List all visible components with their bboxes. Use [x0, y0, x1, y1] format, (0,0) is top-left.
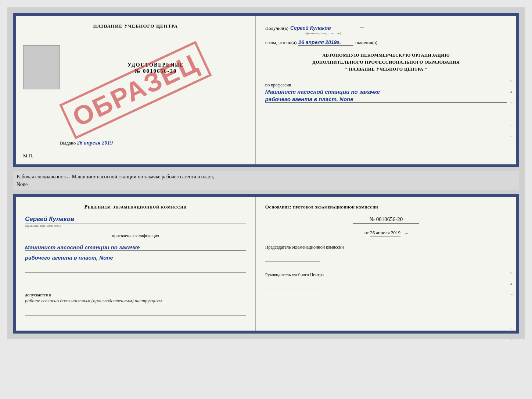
admitted-label: допускается к [25, 292, 51, 298]
person-name-bottom-block: Сергей Кулаков (фамилия, имя, отчество) [25, 214, 246, 228]
admitted-block: допускается к работе согласно должностны… [25, 291, 246, 304]
blank-line-1 [25, 266, 246, 273]
protocol-date: от 26 апреля 2019 – [265, 230, 507, 236]
admitted-value: работе согласно должностным (производств… [25, 298, 246, 304]
middle-text: Рабочая специальность - Машинист насосно… [13, 171, 519, 190]
org-block: АВТОНОМНУЮ НЕКОММЕРЧЕСКУЮ ОРГАНИЗАЦИЮ ДО… [265, 52, 507, 73]
date-value-top: 26 апреля 2019г. [298, 39, 353, 46]
profession-label: по профессии [265, 82, 507, 88]
head-signature-line [265, 280, 320, 289]
chairman-block: Председатель экзаменационной комиссии [265, 244, 507, 261]
page-wrapper: НАЗВАНИЕ УЧЕБНОГО ЦЕНТРА УДОСТОВЕРЕНИЕ №… [7, 7, 525, 339]
cert-left: НАЗВАНИЕ УЧЕБНОГО ЦЕНТРА УДОСТОВЕРЕНИЕ №… [16, 16, 256, 164]
assigned-label: присвоена квалификация [25, 233, 246, 239]
org-line1: АВТОНОМНУЮ НЕКОММЕРЧЕСКУЮ ОРГАНИЗАЦИЮ [265, 52, 507, 59]
head-block: Руководитель учебного Центра [265, 271, 507, 289]
certificate-top: НАЗВАНИЕ УЧЕБНОГО ЦЕНТРА УДОСТОВЕРЕНИЕ №… [13, 13, 519, 167]
blank-line-2 [25, 279, 246, 286]
basis-title: Основание: протокол экзаменационной коми… [265, 204, 507, 210]
org-line3: " НАЗВАНИЕ УЧЕБНОГО ЦЕНТРА " [265, 66, 507, 73]
issued-date: 26 апреля 2019 [77, 140, 113, 146]
side-marks-bottom: ––––иа←–––– [510, 226, 514, 341]
chairman-title: Председатель экзаменационной комиссии [265, 244, 507, 250]
cert-bottom-right: Основание: протокол экзаменационной коми… [256, 197, 516, 331]
chairman-signature-line [265, 252, 320, 261]
date-row: в том, что он(а) 26 апреля 2019г. окончи… [265, 39, 507, 46]
commission-title: Решением экзаменационной комиссии [25, 204, 246, 210]
photo-placeholder [23, 45, 60, 89]
certificate-bottom: Решением экзаменационной комиссии Сергей… [13, 194, 519, 334]
cert-doc-number: № 0010656-20 [134, 68, 177, 74]
middle-text-line1: Рабочая специальность - Машинист насосно… [17, 174, 214, 179]
protocol-number: № 0010656-20 [353, 216, 419, 224]
cert-right: Получил(а) Сергей Кулаков (фамилия, имя,… [256, 16, 516, 164]
person-name-top: Сергей Кулаков [290, 25, 356, 31]
qualification-line2: рабочего агента в пласт, None [25, 254, 246, 261]
cert-bottom-left: Решением экзаменационной комиссии Сергей… [16, 197, 256, 331]
head-title: Руководитель учебного Центра [265, 271, 507, 278]
cert-mp: М.П. [23, 153, 33, 159]
blank-line-3 [25, 309, 246, 316]
cert-title-top: НАЗВАНИЕ УЧЕБНОГО ЦЕНТРА [93, 23, 178, 29]
received-label: Получил(а) [265, 25, 288, 31]
profession-line2: рабочего агента в пласт, None [265, 96, 507, 103]
cert-issued: Выдано 26 апреля 2019 [60, 140, 113, 146]
person-name-bottom: Сергей Кулаков [25, 215, 246, 224]
org-line2: ДОПОЛНИТЕЛЬНОГО ПРОФЕССИОНАЛЬНОГО ОБРАЗО… [265, 59, 507, 66]
date-label: в том, что он(а) [265, 40, 297, 46]
qualification-line1: Машинист насосной станции по закачке [25, 244, 246, 251]
profession-block: по профессии Машинист насосной станции п… [265, 79, 507, 103]
name-hint-top: (фамилия, имя, отчество) [290, 31, 356, 35]
issued-label: Выдано [60, 140, 76, 146]
side-marks-top: –––иа←––– [510, 45, 514, 138]
finished-label: окончил(а) [355, 40, 377, 46]
received-row: Получил(а) Сергей Кулаков (фамилия, имя,… [265, 23, 507, 35]
cert-doc-type: УДОСТОВЕРЕНИЕ [127, 62, 184, 68]
date-prefix: от [364, 230, 369, 235]
middle-text-line2: None [17, 182, 28, 187]
profession-line1: Машинист насосной станции по закачке [265, 89, 507, 95]
protocol-date-value: 26 апреля 2019 [370, 230, 400, 236]
name-sublabel-bottom: (фамилия, имя, отчество) [25, 224, 246, 228]
